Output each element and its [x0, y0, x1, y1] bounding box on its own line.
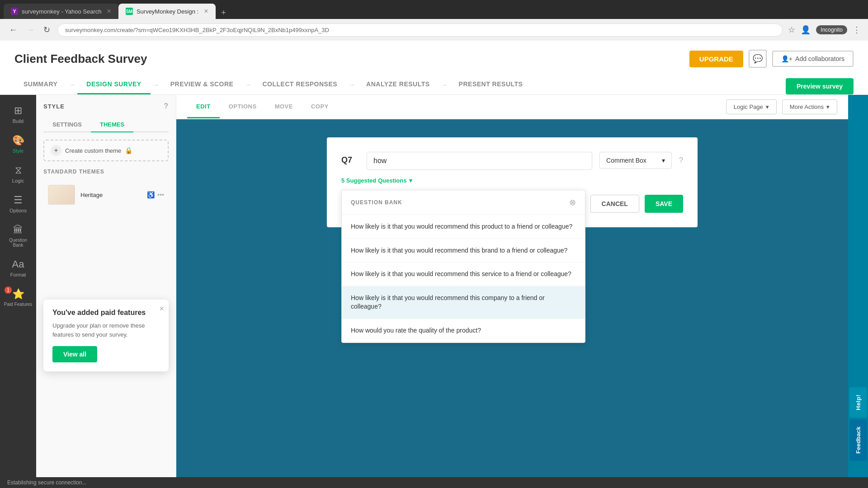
sidebar-item-format[interactable]: Aa Format	[0, 254, 36, 282]
sidebar-item-style[interactable]: 🎨 Style	[0, 130, 36, 158]
style-icon: 🎨	[12, 135, 24, 146]
yahoo-favicon: Y	[11, 8, 18, 15]
sidebar-item-options[interactable]: ☰ Options	[0, 190, 36, 218]
qb-item-1[interactable]: How likely is it that you would recommen…	[342, 239, 585, 263]
incognito-badge: Incognito	[816, 25, 847, 34]
person-add-icon: 👤+	[781, 55, 793, 62]
theme-heritage[interactable]: Heritage ♿ •••	[43, 180, 169, 209]
heritage-actions: ♿ •••	[147, 191, 164, 198]
qb-item-4[interactable]: How would you rate the quality of the pr…	[342, 319, 585, 343]
forward-button[interactable]: →	[24, 23, 36, 37]
nav-tab-design[interactable]: DESIGN SURVEY	[77, 75, 150, 94]
survey-card: Q7 Comment Box ▾ ? 5 Suggested Questions…	[327, 137, 698, 227]
content-toolbar: EDIT OPTIONS MOVE COPY Logic Page ▾ More…	[176, 95, 848, 119]
nav-tab-collect[interactable]: COLLECT RESPONSES	[253, 75, 346, 94]
back-button[interactable]: ←	[7, 23, 19, 37]
paid-features-popup: × You've added paid features Upgrade you…	[43, 300, 169, 371]
header-actions: UPGRADE 💬 👤+ Add collaborators	[689, 50, 854, 68]
nav-arrow-2: →	[152, 81, 160, 89]
yahoo-tab-label: surveymonkey - Yahoo Search	[22, 8, 102, 15]
question-help-icon[interactable]: ?	[679, 156, 683, 164]
paid-popup-close[interactable]: ×	[159, 304, 164, 314]
question-bank-icon: 🏛	[13, 224, 23, 236]
toolbar-tab-options[interactable]: OPTIONS	[220, 96, 266, 118]
browser-tab-yahoo[interactable]: Y surveymonkey - Yahoo Search ×	[4, 4, 118, 19]
comments-button[interactable]: 💬	[749, 50, 767, 68]
toolbar-tab-move[interactable]: MOVE	[266, 96, 302, 118]
paid-badge: 1	[5, 286, 12, 294]
address-field[interactable]: surveymonkey.com/create/?sm=qWCeo19KXH3H…	[57, 23, 783, 37]
more-actions-button[interactable]: More Actions ▾	[782, 99, 837, 114]
suggested-label[interactable]: 5 Suggested Questions ▾	[341, 177, 683, 184]
question-bank-dropdown: QUESTION BANK ⊗ How likely is it that yo…	[341, 190, 585, 343]
sm-favicon: SM	[126, 8, 133, 15]
sidebar-item-logic[interactable]: ⧖ Logic	[0, 160, 36, 188]
upgrade-button[interactable]: UPGRADE	[689, 51, 743, 67]
nav-tab-present[interactable]: PRESENT RESULTS	[450, 75, 532, 94]
question-type-label: Comment Box	[606, 157, 646, 164]
save-button[interactable]: SAVE	[645, 195, 683, 213]
new-tab-button[interactable]: +	[217, 6, 230, 19]
more-actions-label: More Actions	[790, 103, 824, 110]
add-collaborators-button[interactable]: 👤+ Add collaborators	[772, 51, 854, 67]
question-input[interactable]	[367, 152, 592, 170]
bookmark-icon[interactable]: ☆	[788, 25, 795, 35]
address-text: surveymonkey.com/create/?sm=qWCeo19KXH3H…	[65, 27, 329, 33]
nav-tab-preview[interactable]: PREVIEW & SCORE	[161, 75, 243, 94]
qb-item-3[interactable]: How likely is it that you would recommen…	[342, 286, 585, 319]
profile-icon[interactable]: 👤	[801, 25, 811, 35]
survey-scroll[interactable]: Q7 Comment Box ▾ ? 5 Suggested Questions…	[176, 119, 848, 488]
add-collaborators-label: Add collaborators	[795, 55, 844, 62]
menu-icon[interactable]: ⋮	[853, 25, 861, 35]
qb-item-2[interactable]: How likely is it that you would recommen…	[342, 263, 585, 286]
browser-actions: ☆ 👤 Incognito ⋮	[788, 25, 861, 35]
logic-icon: ⧖	[15, 164, 22, 176]
more-actions-chevron: ▾	[826, 103, 830, 110]
paid-popup-title: You've added paid features	[52, 309, 160, 317]
theme-menu-icon[interactable]: •••	[157, 191, 164, 198]
panel-help-icon[interactable]: ?	[164, 102, 169, 110]
page-logic-button[interactable]: Logic Page ▾	[726, 99, 777, 114]
browser-tab-sm[interactable]: SM SurveyMonkey Design : ×	[118, 4, 216, 19]
themes-tab[interactable]: THEMES	[91, 117, 133, 132]
status-message: Establishing secure connection...	[7, 479, 86, 486]
create-theme-button[interactable]: + Create custom theme 🔒	[43, 140, 169, 161]
qb-close-icon[interactable]: ⊗	[569, 197, 576, 207]
refresh-button[interactable]: ↻	[42, 23, 52, 37]
qb-item-0[interactable]: How likely is it that you would recommen…	[342, 215, 585, 239]
question-type-select[interactable]: Comment Box ▾	[599, 152, 672, 169]
format-icon: Aa	[12, 258, 24, 270]
paid-icon: ⭐	[12, 288, 24, 300]
sidebar-item-paid-features[interactable]: 1 ⭐ Paid Features	[0, 284, 36, 311]
sidebar-item-question-bank[interactable]: 🏛 Question Bank	[0, 220, 36, 252]
sidebar-format-label: Format	[10, 272, 26, 277]
status-bar: Establishing secure connection...	[0, 477, 868, 488]
preview-survey-button[interactable]: Preview survey	[786, 78, 854, 94]
toolbar-tab-edit[interactable]: EDIT	[187, 96, 220, 118]
suggested-questions: 5 Suggested Questions ▾ QUESTION BANK ⊗ …	[341, 177, 683, 184]
sidebar-style-label: Style	[13, 148, 24, 154]
app: Client Feedback Survey UPGRADE 💬 👤+ Add …	[0, 41, 868, 488]
page-logic-chevron: ▾	[766, 103, 769, 110]
build-icon: ⊞	[14, 105, 22, 117]
settings-tab[interactable]: SETTINGS	[43, 117, 91, 132]
help-sidebar: Help! Feedback	[848, 95, 868, 488]
question-number: Q7	[341, 155, 359, 165]
help-tab[interactable]: Help!	[849, 387, 867, 418]
yahoo-tab-close[interactable]: ×	[107, 7, 111, 15]
heritage-preview	[48, 185, 75, 205]
cancel-button[interactable]: CANCEL	[590, 195, 639, 213]
view-all-button[interactable]: View all	[52, 346, 97, 362]
sidebar-options-label: Options	[9, 208, 27, 213]
toolbar-tab-copy[interactable]: COPY	[302, 96, 338, 118]
standard-themes-label: STANDARD THEMES	[43, 169, 169, 175]
sm-tab-label: SurveyMonkey Design :	[137, 8, 198, 15]
nav-tab-summary[interactable]: SUMMARY	[14, 75, 66, 94]
sm-tab-close[interactable]: ×	[204, 7, 208, 15]
address-bar: ← → ↻ surveymonkey.com/create/?sm=qWCeo1…	[0, 19, 868, 41]
nav-tab-analyze[interactable]: ANALYZE RESULTS	[357, 75, 439, 94]
feedback-tab[interactable]: Feedback	[849, 419, 867, 461]
suggested-chevron: ▾	[409, 177, 412, 184]
tab-bar: Y surveymonkey - Yahoo Search × SM Surve…	[0, 0, 868, 19]
sidebar-item-build[interactable]: ⊞ Build	[0, 100, 36, 128]
